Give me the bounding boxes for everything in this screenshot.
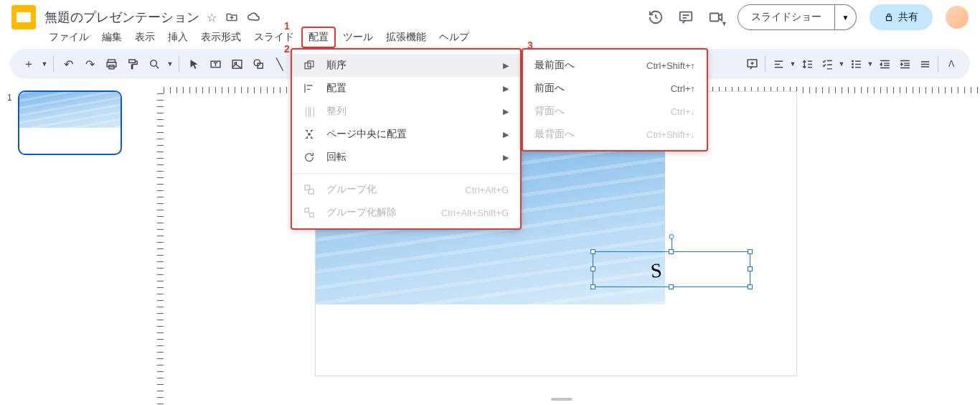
distribute-icon: |‖| xyxy=(303,106,316,117)
menu-item-bring-forward[interactable]: 前面へ Ctrl+↑ xyxy=(523,77,707,100)
menu-item-send-backward: 背面へ Ctrl+↓ xyxy=(523,100,707,123)
menu-item-send-to-back: 最背面へ Ctrl+Shift+↓ xyxy=(523,123,707,146)
resize-handle-n[interactable] xyxy=(669,249,674,254)
slideshow-dropdown[interactable]: ▼ xyxy=(835,4,857,30)
move-folder-icon[interactable] xyxy=(224,9,240,25)
center-icon xyxy=(303,129,316,140)
menu-view[interactable]: 表示 xyxy=(129,28,161,47)
app-logo[interactable] xyxy=(11,5,36,29)
menu-item-align[interactable]: 配置 ▶ xyxy=(292,77,520,100)
selection-box[interactable]: S xyxy=(593,251,750,287)
slide-number: 1 xyxy=(7,93,12,103)
svg-point-22 xyxy=(308,134,311,136)
increase-indent-button[interactable] xyxy=(895,54,915,74)
history-icon[interactable] xyxy=(647,9,664,26)
ungroup-icon xyxy=(303,207,316,218)
resize-handle-ne[interactable] xyxy=(748,249,753,254)
line-spacing-button[interactable] xyxy=(797,54,817,74)
resize-handle-se[interactable] xyxy=(748,284,753,289)
doc-title[interactable]: 無題のプレゼンテーション xyxy=(44,9,199,26)
shape-tool[interactable] xyxy=(248,54,268,74)
slide-thumbnail-1[interactable] xyxy=(18,90,122,155)
zoom-button[interactable] xyxy=(144,54,164,74)
svg-point-14 xyxy=(852,60,854,62)
menu-item-center[interactable]: ページ中央に配置 ▶ xyxy=(292,123,520,146)
print-button[interactable] xyxy=(101,54,121,74)
redo-button[interactable]: ↷ xyxy=(80,54,100,74)
annotation-2: 2 xyxy=(284,43,290,55)
collapse-toolbar-button[interactable]: ᐱ xyxy=(941,54,961,74)
menubar: ファイル 編集 表示 挿入 表示形式 スライド 配置 ツール 拡張機能 ヘルプ xyxy=(0,29,980,49)
align-icon xyxy=(303,83,316,94)
resize-handle-w[interactable] xyxy=(590,266,595,271)
align-dropdown[interactable]: ▼ xyxy=(788,54,797,74)
menu-help[interactable]: ヘルプ xyxy=(433,28,475,47)
bullet-dropdown[interactable]: ▼ xyxy=(866,54,875,74)
submenu-arrow-icon: ▶ xyxy=(503,84,509,93)
add-comment-button[interactable] xyxy=(742,54,762,74)
menu-arrange[interactable]: 配置 xyxy=(301,27,336,48)
share-button[interactable]: 共有 xyxy=(870,4,933,30)
rotate-icon xyxy=(303,152,316,163)
comment-icon[interactable] xyxy=(677,9,694,26)
textbox-content[interactable]: S xyxy=(650,259,663,282)
svg-point-16 xyxy=(852,66,854,68)
svg-rect-26 xyxy=(310,213,314,217)
star-icon[interactable]: ☆ xyxy=(205,9,218,26)
svg-rect-17 xyxy=(855,60,861,61)
paint-format-button[interactable] xyxy=(123,54,143,74)
new-slide-button[interactable]: ＋ xyxy=(19,54,39,74)
bullet-list-button[interactable] xyxy=(846,54,866,74)
submenu-arrow-icon: ▶ xyxy=(503,130,509,139)
svg-point-7 xyxy=(150,60,156,66)
rotate-handle[interactable] xyxy=(669,234,674,239)
menu-tools[interactable]: ツール xyxy=(337,28,379,47)
menu-item-order[interactable]: 順序 ▶ xyxy=(292,54,520,77)
slideshow-button[interactable]: スライドショー xyxy=(738,4,835,30)
menu-format[interactable]: 表示形式 xyxy=(195,28,247,47)
decrease-indent-button[interactable] xyxy=(875,54,895,74)
line-tool[interactable]: ╲ xyxy=(270,54,290,74)
submenu-arrow-icon: ▶ xyxy=(503,153,509,162)
resize-handle-nw[interactable] xyxy=(590,249,595,254)
menu-slide[interactable]: スライド xyxy=(248,28,300,47)
image-tool[interactable] xyxy=(227,54,247,74)
checklist-button[interactable] xyxy=(817,54,837,74)
menu-divider xyxy=(292,173,520,174)
account-avatar[interactable] xyxy=(946,6,969,29)
svg-point-15 xyxy=(852,63,854,65)
textbox-tool[interactable] xyxy=(205,54,225,74)
annotation-3: 3 xyxy=(527,39,533,51)
menu-item-ungroup: グループ化解除 Ctrl+Alt+Shift+G xyxy=(292,201,520,224)
undo-button[interactable]: ↶ xyxy=(58,54,78,74)
menu-insert[interactable]: 挿入 xyxy=(162,28,194,47)
svg-rect-18 xyxy=(855,63,861,64)
submenu-arrow-icon: ▶ xyxy=(503,107,509,116)
svg-rect-1 xyxy=(710,14,719,22)
menu-item-bring-to-front[interactable]: 最前面へ Ctrl+Shift+↑ xyxy=(523,54,707,77)
menu-item-rotate[interactable]: 回転 ▶ xyxy=(292,146,520,169)
new-slide-dropdown[interactable]: ▼ xyxy=(40,54,49,74)
ruler-vertical xyxy=(152,93,164,405)
menu-item-group: グループ化 Ctrl+Alt+G xyxy=(292,178,520,201)
order-submenu: 最前面へ Ctrl+Shift+↑ 前面へ Ctrl+↑ 背面へ Ctrl+↓ … xyxy=(522,48,708,152)
zoom-dropdown[interactable]: ▼ xyxy=(166,54,174,74)
align-button[interactable] xyxy=(768,54,788,74)
checklist-dropdown[interactable]: ▼ xyxy=(837,54,846,74)
select-tool[interactable] xyxy=(184,54,204,74)
format-options-button[interactable] xyxy=(915,54,935,74)
svg-rect-19 xyxy=(855,67,861,68)
resize-handle-e[interactable] xyxy=(748,266,753,271)
meet-icon[interactable]: ▼ xyxy=(707,9,725,26)
svg-rect-4 xyxy=(107,62,116,66)
resize-handle-s[interactable] xyxy=(669,284,674,289)
menu-edit[interactable]: 編集 xyxy=(96,28,128,47)
menu-file[interactable]: ファイル xyxy=(43,28,95,47)
titlebar: 無題のプレゼンテーション ☆ ▼ スライドショー ▼ 共有 xyxy=(0,0,980,29)
panel-drag-handle[interactable] xyxy=(551,398,573,401)
menu-extensions[interactable]: 拡張機能 xyxy=(380,28,432,47)
svg-rect-2 xyxy=(887,17,892,21)
submenu-arrow-icon: ▶ xyxy=(503,61,509,70)
cloud-status-icon[interactable] xyxy=(245,9,263,26)
resize-handle-sw[interactable] xyxy=(590,284,595,289)
